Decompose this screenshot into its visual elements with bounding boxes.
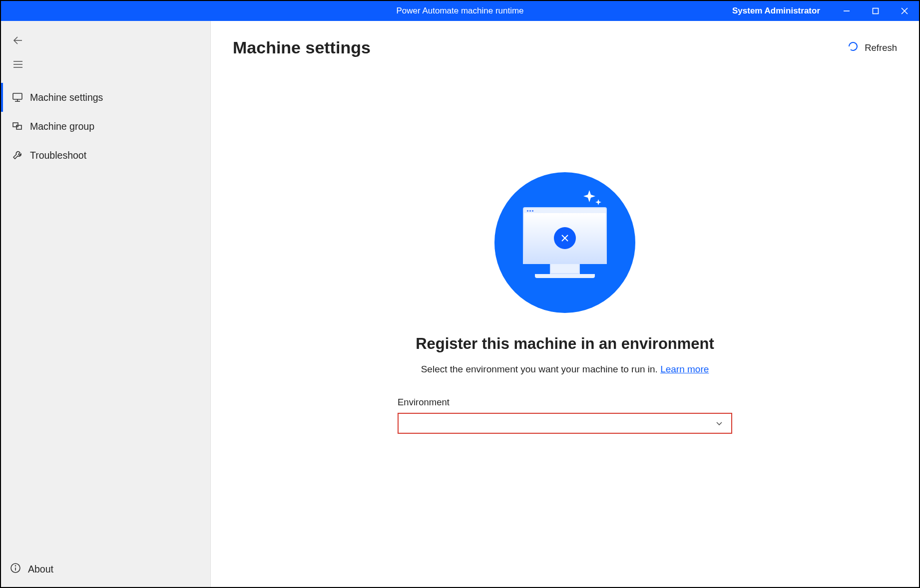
refresh-icon: [848, 41, 859, 54]
register-illustration: [494, 172, 635, 313]
environment-label: Environment: [398, 397, 732, 408]
svg-rect-1: [873, 8, 879, 14]
hamburger-icon: [12, 59, 23, 70]
hamburger-button[interactable]: [6, 54, 30, 75]
sidebar-about-label: About: [28, 564, 53, 575]
main-panel: Machine settings Refresh: [211, 21, 919, 587]
close-icon: [901, 7, 908, 14]
current-user: System Administrator: [720, 6, 832, 16]
group-icon: [12, 121, 23, 132]
register-heading: Register this machine in an environment: [416, 335, 714, 353]
close-button[interactable]: [890, 1, 919, 21]
learn-more-link[interactable]: Learn more: [660, 364, 709, 374]
sidebar-item-troubleshoot[interactable]: Troubleshoot: [1, 141, 210, 170]
svg-rect-8: [13, 93, 22, 99]
maximize-icon: [872, 7, 879, 14]
sidebar-item-label: Machine group: [30, 121, 94, 132]
info-icon: [10, 563, 21, 576]
sidebar-item-label: Machine settings: [30, 92, 103, 103]
x-circle-icon: [554, 227, 576, 249]
wrench-icon: [12, 150, 23, 161]
arrow-left-icon: [12, 35, 23, 46]
svg-rect-12: [16, 125, 21, 129]
minimize-button[interactable]: [832, 1, 861, 21]
sidebar-item-machine-settings[interactable]: Machine settings: [1, 83, 210, 112]
sidebar: Machine settings Machine group Troublesh…: [1, 21, 211, 587]
environment-select[interactable]: [398, 413, 732, 434]
chevron-down-icon: [715, 419, 723, 427]
refresh-button[interactable]: Refresh: [848, 41, 897, 54]
refresh-label: Refresh: [865, 42, 897, 53]
svg-point-15: [15, 566, 16, 566]
sidebar-item-machine-group[interactable]: Machine group: [1, 112, 210, 141]
svg-rect-11: [13, 123, 18, 127]
sidebar-item-label: Troubleshoot: [30, 150, 86, 161]
titlebar: Power Automate machine runtime System Ad…: [1, 1, 919, 21]
minimize-icon: [843, 7, 850, 14]
back-button[interactable]: [6, 30, 30, 51]
page-title: Machine settings: [233, 38, 371, 57]
register-subtext: Select the environment you want your mac…: [421, 364, 709, 375]
sidebar-about[interactable]: About: [1, 554, 210, 587]
monitor-icon: [12, 92, 23, 103]
maximize-button[interactable]: [861, 1, 890, 21]
sparkle-icon: [581, 190, 603, 214]
